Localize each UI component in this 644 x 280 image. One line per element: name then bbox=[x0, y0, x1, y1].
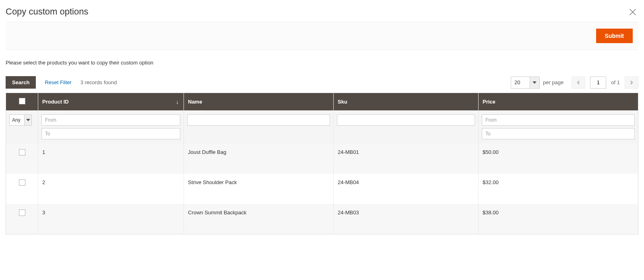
records-found-label: 3 records found bbox=[80, 79, 117, 85]
search-button[interactable]: Search bbox=[6, 76, 36, 89]
column-name[interactable]: Name bbox=[184, 93, 334, 111]
products-grid: Product ID↓ Name Sku Price Any bbox=[6, 93, 638, 234]
cell-sku: 24-MB01 bbox=[334, 143, 479, 174]
filter-price-from[interactable] bbox=[482, 114, 635, 126]
svg-marker-2 bbox=[533, 81, 537, 84]
row-checkbox[interactable] bbox=[19, 179, 25, 186]
table-row[interactable]: 3 Crown Summit Backpack 24-MB03 $38.00 bbox=[6, 204, 638, 234]
submit-button[interactable]: Submit bbox=[596, 29, 633, 43]
page-of-label: of 1 bbox=[611, 79, 620, 85]
reset-filter-link[interactable]: Reset Filter bbox=[45, 79, 71, 85]
cell-price: $38.00 bbox=[479, 204, 638, 234]
svg-marker-3 bbox=[26, 119, 30, 121]
action-bar: Submit bbox=[6, 22, 638, 50]
cell-sku: 24-MB04 bbox=[334, 174, 479, 204]
column-price[interactable]: Price bbox=[479, 93, 638, 111]
filter-row: Any bbox=[6, 110, 638, 143]
current-page-input[interactable] bbox=[590, 77, 606, 89]
column-product-id[interactable]: Product ID↓ bbox=[38, 93, 184, 111]
cell-name: Strive Shoulder Pack bbox=[184, 174, 334, 204]
filter-price-to[interactable] bbox=[482, 128, 635, 139]
modal-title: Copy custom options bbox=[6, 5, 88, 19]
table-row[interactable]: 2 Strive Shoulder Pack 24-MB04 $32.00 bbox=[6, 174, 638, 204]
page-size-select[interactable]: 20 bbox=[511, 77, 540, 89]
filter-sku[interactable] bbox=[337, 114, 475, 126]
header-row: Product ID↓ Name Sku Price bbox=[6, 93, 638, 111]
cell-sku: 24-MB03 bbox=[334, 204, 479, 234]
filter-select-any[interactable]: Any bbox=[9, 114, 32, 126]
modal-header: Copy custom options bbox=[6, 5, 638, 19]
page-size-control: 20 per page bbox=[511, 77, 564, 89]
cell-name: Joust Duffle Bag bbox=[184, 143, 334, 174]
next-page-button[interactable] bbox=[625, 77, 638, 89]
column-sku[interactable]: Sku bbox=[334, 93, 479, 111]
page-size-value: 20 bbox=[511, 77, 530, 88]
chevron-down-icon[interactable] bbox=[24, 115, 31, 125]
sort-desc-icon: ↓ bbox=[176, 99, 179, 105]
cell-product-id: 1 bbox=[38, 143, 184, 174]
select-all-header[interactable] bbox=[6, 93, 38, 111]
cell-price: $32.00 bbox=[479, 174, 638, 204]
copy-custom-options-modal: Copy custom options Submit Please select… bbox=[0, 0, 644, 239]
row-checkbox[interactable] bbox=[19, 209, 25, 216]
pager: of 1 bbox=[572, 77, 638, 89]
filter-product-id-to[interactable] bbox=[41, 128, 180, 139]
row-checkbox[interactable] bbox=[19, 149, 25, 156]
cell-name: Crown Summit Backpack bbox=[184, 204, 334, 234]
filter-any-label: Any bbox=[10, 115, 24, 125]
grid-toolbar: Search Reset Filter 3 records found 20 p… bbox=[6, 74, 638, 93]
filter-name[interactable] bbox=[187, 114, 330, 126]
cell-price: $50.00 bbox=[479, 143, 638, 174]
per-page-label: per page bbox=[543, 79, 564, 85]
filter-product-id-from[interactable] bbox=[41, 114, 180, 126]
chevron-down-icon[interactable] bbox=[530, 77, 539, 88]
table-row[interactable]: 1 Joust Duffle Bag 24-MB01 $50.00 bbox=[6, 143, 638, 174]
cell-product-id: 2 bbox=[38, 174, 184, 204]
cell-product-id: 3 bbox=[38, 204, 184, 234]
instruction-text: Please select the products you want to c… bbox=[6, 50, 638, 74]
prev-page-button[interactable] bbox=[572, 77, 585, 89]
close-icon[interactable] bbox=[627, 6, 638, 18]
select-all-checkbox[interactable] bbox=[19, 98, 25, 104]
